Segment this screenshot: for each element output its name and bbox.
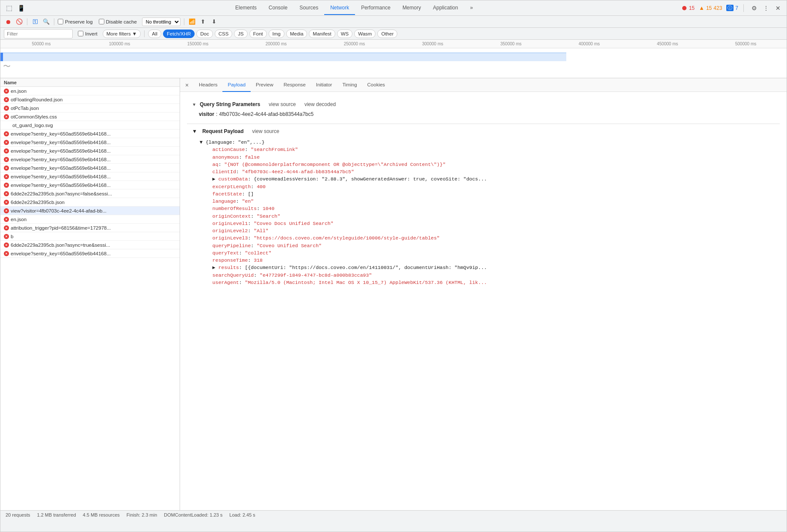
tab-headers[interactable]: Headers: [194, 78, 222, 92]
filter-icon[interactable]: ⚿: [31, 18, 39, 26]
net-row-6dde-async[interactable]: × 6dde2e229a2395cb.json?async=false&sess…: [0, 189, 180, 198]
throttle-select[interactable]: No throttling: [142, 18, 180, 26]
status-resources: 4.5 MB resources: [83, 512, 120, 517]
tab-performance[interactable]: Performance: [355, 1, 396, 15]
net-row-view-visitor[interactable]: × view?visitor=4fb0703c-4ee2-4c44-afad-b…: [0, 207, 180, 215]
disable-cache-label[interactable]: Disable cache: [99, 19, 137, 24]
filter-js-btn[interactable]: JS: [234, 30, 247, 38]
timeline-ruler: 50000 ms 100000 ms 150000 ms 200000 ms 2…: [0, 40, 787, 48]
filter-all-btn[interactable]: All: [148, 30, 161, 38]
param-colon: :: [216, 111, 217, 117]
close-detail-btn[interactable]: ×: [182, 80, 192, 90]
net-row-envelope3[interactable]: × envelope?sentry_key=650ad5569e6b44168.…: [0, 147, 180, 155]
net-row-logo[interactable]: ot_guard_logo.svg: [0, 121, 180, 130]
timeline-graph[interactable]: 〜: [0, 48, 787, 78]
info-count: 7: [735, 5, 738, 11]
detail-tabs: × Headers Payload Preview Response Initi…: [180, 78, 787, 92]
net-row-envelope2[interactable]: × envelope?sentry_key=650ad5569e6b44168.…: [0, 138, 180, 147]
net-row-envelope5[interactable]: × envelope?sentry_key=650ad5569e6b44168.…: [0, 164, 180, 172]
net-row-envelope7[interactable]: × envelope?sentry_key=650ad5569e6b44168.…: [0, 181, 180, 189]
filter-other-btn[interactable]: Other: [377, 30, 397, 38]
upload-icon[interactable]: ⬆: [199, 18, 207, 26]
net-row-otfloating[interactable]: × otFloatingRounded.json: [0, 95, 180, 104]
code-line-2: anonymous: false: [194, 154, 780, 161]
more-filters-btn[interactable]: More filters ▼: [103, 30, 141, 38]
param-key-visitor: visitor: [199, 111, 214, 117]
tab-console[interactable]: Console: [263, 1, 293, 15]
net-item-name: envelope?sentry_key=650ad5569e6b44168...: [11, 183, 176, 188]
filter-fetch-xhr-btn[interactable]: Fetch/XHR: [163, 30, 195, 38]
close-icon[interactable]: ✕: [773, 3, 783, 13]
filter-input[interactable]: [4, 29, 73, 38]
inspect-icon[interactable]: ⬚: [4, 3, 14, 13]
view-decoded-link[interactable]: view decoded: [305, 101, 336, 107]
error-icon-red: ×: [4, 242, 9, 248]
net-row-envelope6[interactable]: × envelope?sentry_key=650ad5569e6b44168.…: [0, 172, 180, 181]
net-item-name: otFloatingRounded.json: [11, 97, 176, 102]
net-item-name: en.json: [11, 89, 176, 94]
filter-ws-btn[interactable]: WS: [337, 30, 353, 38]
net-item-name: envelope?sentry_key=650ad5569e6b44168...: [11, 174, 176, 179]
view-source-link[interactable]: view source: [269, 101, 296, 107]
settings-icon[interactable]: ⚙: [749, 3, 759, 13]
status-requests: 20 requests: [6, 512, 30, 517]
clear-icon[interactable]: 🚫: [15, 18, 24, 26]
error-icon-red: ×: [4, 89, 9, 94]
net-row-en-json2[interactable]: × en.json: [0, 215, 180, 224]
tab-payload[interactable]: Payload: [222, 78, 251, 92]
filter-css-btn[interactable]: CSS: [215, 30, 233, 38]
tab-response[interactable]: Response: [278, 78, 311, 92]
tab-cookies[interactable]: Cookies: [362, 78, 391, 92]
tab-network[interactable]: Network: [324, 1, 355, 15]
tab-sources[interactable]: Sources: [293, 1, 324, 15]
net-row-otpctab[interactable]: × otPcTab.json: [0, 104, 180, 112]
filter-sep: [144, 30, 145, 37]
tab-application[interactable]: Application: [427, 1, 464, 15]
filter-doc-btn[interactable]: Doc: [196, 30, 213, 38]
preserve-log-checkbox[interactable]: [58, 19, 63, 24]
net-row-otcommonstyles[interactable]: × otCommonStyles.css: [0, 112, 180, 121]
tab-initiator[interactable]: Initiator: [311, 78, 337, 92]
net-row-envelope4[interactable]: × envelope?sentry_key=650ad5569e6b44168.…: [0, 155, 180, 164]
tab-memory[interactable]: Memory: [396, 1, 427, 15]
code-line-19: userAgent: "Mozilla/5.0 (Macintosh; Inte…: [194, 279, 780, 286]
disable-cache-checkbox[interactable]: [99, 19, 104, 24]
status-finish: Finish: 2.3 min: [127, 512, 157, 517]
search-icon[interactable]: 🔍: [42, 18, 50, 26]
record-icon[interactable]: ⏺: [4, 18, 12, 26]
timeline-bar: [0, 53, 566, 61]
filter-img-btn[interactable]: Img: [269, 30, 284, 38]
invert-checkbox[interactable]: [78, 31, 83, 36]
error-icon-red: ×: [4, 183, 9, 188]
device-icon[interactable]: 📱: [16, 3, 26, 13]
invert-label[interactable]: Invert: [78, 31, 98, 36]
net-row-6dde-async-true[interactable]: × 6dde2e229a2395cb.json?async=true&sessi…: [0, 241, 180, 249]
error-icon-red: ×: [4, 106, 9, 111]
triangle-icon: ▼: [192, 102, 196, 107]
more-icon[interactable]: ⋮: [761, 3, 771, 13]
filter-media-btn[interactable]: Media: [286, 30, 307, 38]
filter-wasm-btn[interactable]: Wasm: [354, 30, 376, 38]
net-row-6dde[interactable]: × 6dde2e229a2395cb.json: [0, 198, 180, 207]
error-icon-red: ×: [4, 191, 9, 196]
payload-view-source-link[interactable]: view source: [252, 128, 279, 134]
net-row-envelope-last[interactable]: × envelope?sentry_key=650ad5569e6b44168.…: [0, 249, 180, 258]
net-row-en-json[interactable]: × en.json: [0, 87, 180, 95]
query-param-row: visitor : 4fb0703c-4ee2-4c44-afad-bb8354…: [192, 110, 775, 118]
filter-font-btn[interactable]: Font: [249, 30, 267, 38]
download-icon[interactable]: ⬇: [210, 18, 219, 26]
filter-manifest-btn[interactable]: Manifest: [309, 30, 335, 38]
tab-elements[interactable]: Elements: [229, 1, 263, 15]
detail-panel: × Headers Payload Preview Response Initi…: [180, 78, 787, 510]
wifi-icon[interactable]: 📶: [188, 18, 196, 26]
net-row-envelope1[interactable]: × envelope?sentry_key=650ad5569e6b44168.…: [0, 130, 180, 138]
net-row-b[interactable]: × b: [0, 232, 180, 241]
net-item-name: envelope?sentry_key=650ad5569e6b44168...: [11, 148, 176, 154]
net-row-attribution[interactable]: × attribution_trigger?pid=68156&time=172…: [0, 224, 180, 232]
tab-preview[interactable]: Preview: [251, 78, 278, 92]
tab-more[interactable]: »: [464, 1, 479, 15]
net-item-name: ot_guard_logo.svg: [12, 123, 176, 128]
tab-timing[interactable]: Timing: [337, 78, 362, 92]
preserve-log-label[interactable]: Preserve log: [58, 19, 93, 24]
error-icon-red: ×: [4, 148, 9, 154]
